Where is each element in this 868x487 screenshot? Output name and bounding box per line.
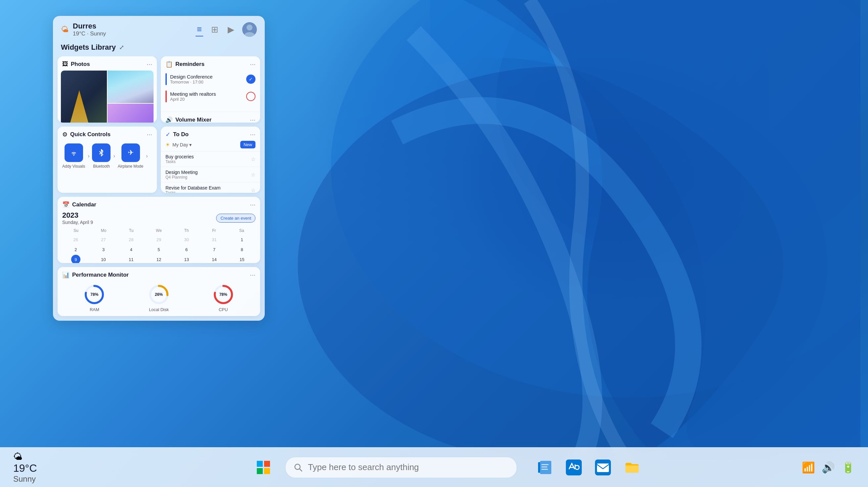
perf-circle-ram: 78% [84,284,105,305]
volume-menu[interactable]: ··· [250,116,255,122]
qc-arrow-3[interactable]: › [145,153,148,159]
perf-disk-name: Local Disk [149,307,169,312]
todo-item-title-1: Buy groceries [165,154,248,159]
taskbar-app-files[interactable] [533,456,556,479]
calendar-menu[interactable]: ··· [250,201,255,208]
cal-days-header: Su Mo Tu We Th Fr Sa [62,228,255,234]
reminder-item-1[interactable]: Design Conference Tomorrow · 17:00 ✓ [161,70,260,88]
widgets-grid: 🖼 Photos ··· 📋 Reminders ··· [53,56,265,321]
calendar-icon: 📅 [62,201,69,208]
qc-btn-airplane[interactable]: ✈ [121,143,140,162]
cal-day-13[interactable]: 13 [182,255,191,263]
volume-tray-icon[interactable]: 🔊 [822,461,835,474]
photos-menu[interactable]: ··· [147,60,152,68]
expand-icon[interactable]: ⤢ [119,44,124,51]
photo-cell-1[interactable] [61,70,107,122]
todo-star-1[interactable]: ☆ [251,156,255,162]
svg-rect-15 [264,468,270,474]
nav-bookmarks-icon[interactable]: ≡ [195,23,203,36]
svg-line-17 [300,469,302,471]
photos-header: 🖼 Photos ··· [58,56,157,70]
cal-day-6[interactable]: 6 [182,245,191,254]
todo-text-1: Buy groceries Tasks [165,154,248,164]
svg-rect-20 [541,464,549,465]
cal-day-4[interactable]: 4 [126,245,136,254]
cal-day-14[interactable]: 14 [210,255,219,263]
nav-grid-icon[interactable]: ⊞ [210,23,220,36]
qc-arrow-1[interactable]: › [87,153,90,159]
todo-item-1[interactable]: Buy groceries Tasks ☆ [161,151,260,167]
todo-item-2[interactable]: Design Meeting Q4 Planning ☆ [161,167,260,182]
cal-day-sa: Sa [228,228,255,234]
cal-day-11[interactable]: 11 [126,255,136,263]
photo-cell-2[interactable] [107,70,154,103]
taskbar: 🌤 19°C Sunny [0,447,868,487]
reminders-icon: 📋 [165,61,173,68]
qc-menu[interactable]: ··· [147,131,152,138]
svg-rect-14 [257,468,263,474]
cal-day-30[interactable]: 30 [182,235,191,244]
reminder-item-2[interactable]: Meeting with realtors April 20 [161,88,260,105]
cal-day-26[interactable]: 26 [71,235,81,244]
cal-day-2[interactable]: 2 [71,245,81,254]
todo-star-2[interactable]: ☆ [251,172,255,178]
cal-day-8[interactable]: 8 [237,245,247,254]
photo-cell-3[interactable] [107,104,154,122]
perf-header: 📊 Performance Monitor ··· [58,267,260,281]
wifi-tray-icon[interactable]: 📶 [802,461,815,474]
search-input[interactable] [308,462,508,472]
todo-item-3[interactable]: Revise for Database Exam Tasks ☆ [161,182,260,193]
cal-day-th: Th [173,228,200,234]
qc-btn-wifi[interactable] [65,143,83,162]
cal-create-button[interactable]: Create an event [216,214,255,223]
todo-title: To Do [173,131,247,138]
cal-day-1[interactable]: 1 [237,235,247,244]
cal-day-3[interactable]: 3 [99,245,108,254]
svg-rect-12 [257,461,263,467]
taskbar-search[interactable] [285,457,517,478]
cal-day-5[interactable]: 5 [154,245,163,254]
todo-item-title-3: Revise for Database Exam [165,185,248,191]
svg-rect-13 [264,461,270,467]
reminder-check-1[interactable]: ✓ [246,75,255,84]
battery-tray-icon[interactable]: 🔋 [841,461,855,474]
taskbar-start-button[interactable] [251,456,275,479]
todo-menu[interactable]: ··· [250,131,255,138]
quick-controls-widget: ⚙ Quick Controls ··· Addy Visuals › [58,126,157,193]
qc-arrow-2[interactable]: › [113,153,116,159]
cal-day-27[interactable]: 27 [99,235,108,244]
perf-menu[interactable]: ··· [250,271,255,279]
cal-day-9-today[interactable]: 9 [71,255,81,263]
perf-circles: 78% RAM 26% Local Disk [58,281,260,316]
widgets-library-bar: Widgets Library ⤢ [53,41,265,56]
qc-label-wifi: Addy Visuals [62,164,85,169]
nav-video-icon[interactable]: ▶ [226,23,236,36]
reminders-menu[interactable]: ··· [250,60,255,68]
cal-day-28[interactable]: 28 [126,235,136,244]
qc-btn-bluetooth[interactable] [92,143,111,162]
calendar-widget: 📅 Calendar ··· 2023 Sunday, April 9 Crea… [58,197,260,263]
cal-grid: Su Mo Tu We Th Fr Sa 26 27 28 29 30 31 1 [58,228,260,263]
taskbar-app-folder[interactable] [621,456,643,479]
cal-day-7[interactable]: 7 [210,245,219,254]
cal-day-12[interactable]: 12 [154,255,163,263]
cal-day-29[interactable]: 29 [154,235,163,244]
todo-my-day[interactable]: My Day ▾ [173,142,192,147]
taskbar-temp: 19°C [13,462,37,475]
cal-day-31[interactable]: 31 [210,235,219,244]
todo-new-button[interactable]: New [240,141,255,148]
avatar[interactable] [242,22,257,37]
cal-day-fr: Fr [200,228,228,234]
svg-point-4 [247,25,252,30]
cal-day-10[interactable]: 10 [99,255,108,263]
photos-widget: 🖼 Photos ··· [58,56,157,122]
panel-header: 🌤 Durres 19°C · Sunny ≡ ⊞ ▶ [53,16,265,41]
reminder-check-2[interactable] [246,92,255,101]
perf-circle-disk: 26% [148,284,169,305]
taskbar-app-store[interactable] [563,456,585,479]
reminders-header: 📋 Reminders ··· [161,56,260,70]
cal-day-15[interactable]: 15 [237,255,247,263]
cal-days: 26 27 28 29 30 31 1 2 3 4 5 6 7 8 9 [62,235,255,263]
taskbar-app-mail[interactable] [592,456,614,479]
todo-star-3[interactable]: ☆ [251,187,255,193]
